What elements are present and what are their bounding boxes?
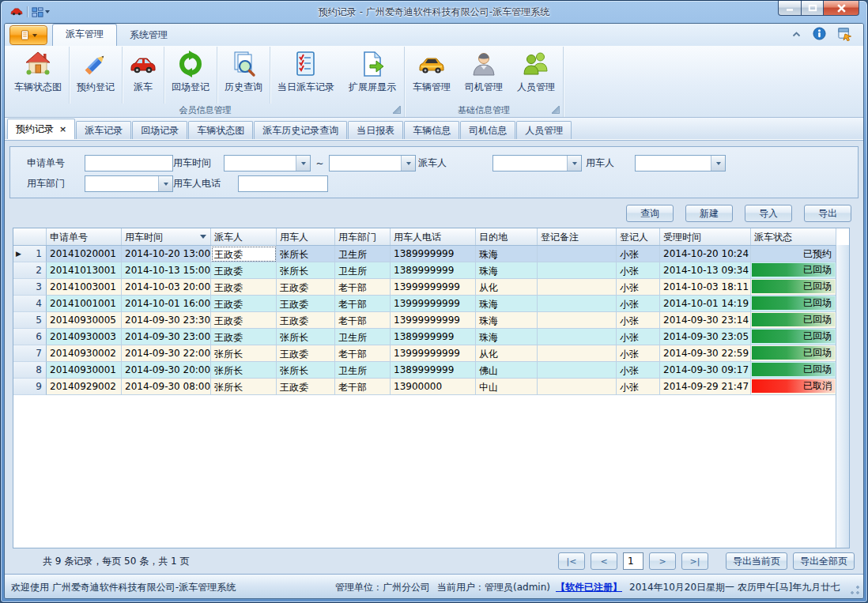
first-page-button[interactable]: |<	[558, 552, 585, 570]
cell-order[interactable]: 20140930001	[47, 362, 122, 379]
cell-status[interactable]: 已回场	[751, 296, 836, 312]
cell-status[interactable]: 已回场	[751, 312, 836, 329]
time-from-combo[interactable]	[224, 155, 311, 171]
table-row[interactable]: 6201409300032014-09-30 23:00王政委张所长卫生所138…	[13, 329, 836, 345]
doc-tab-6[interactable]: 当日报表	[348, 121, 403, 139]
cell-order[interactable]: 20141020001	[47, 246, 122, 262]
maximize-button[interactable]	[802, 1, 824, 16]
car-user-combo[interactable]	[635, 155, 726, 171]
page-number-input[interactable]	[623, 552, 643, 570]
cell-accept[interactable]: 2014-09-30 09:17	[660, 362, 751, 379]
cell-time[interactable]: 2014-10-13 15:00	[122, 262, 211, 279]
chevron-down-icon[interactable]	[567, 156, 581, 171]
cell-order[interactable]: 20141013001	[47, 262, 122, 279]
cell-dept[interactable]: 老干部	[335, 296, 391, 312]
cell-user[interactable]: 王政委	[277, 296, 335, 312]
collapse-ribbon-icon[interactable]	[791, 31, 802, 37]
column-header-dept[interactable]: 用车部门	[335, 228, 391, 245]
cell-dispatcher[interactable]: 王政委	[211, 246, 277, 262]
cell-registrar[interactable]: 小张	[617, 246, 660, 262]
cell-registrar[interactable]: 小张	[617, 329, 660, 345]
cell-accept[interactable]: 2014-10-13 09:34	[660, 262, 751, 279]
table-row[interactable]: 4201410010012014-10-01 16:00王政委王政委老干部139…	[13, 296, 836, 312]
cell-time[interactable]: 2014-10-20 13:00	[122, 246, 211, 262]
cell-dispatcher[interactable]: 张所长	[211, 362, 277, 379]
time-to-combo[interactable]	[329, 155, 416, 171]
cell-phone[interactable]: 13999999999	[391, 345, 476, 362]
cell-status[interactable]: 已回场	[751, 345, 836, 362]
cell-note[interactable]	[538, 345, 617, 362]
cell-dest[interactable]: 从化	[476, 279, 538, 296]
cell-phone[interactable]: 1389999999	[391, 262, 476, 279]
cell-time[interactable]: 2014-09-30 08:00	[122, 379, 211, 395]
cell-dispatcher[interactable]: 王政委	[211, 296, 277, 312]
ribbon-tab-1[interactable]: 派车管理	[52, 24, 117, 46]
cell-user[interactable]: 张所长	[277, 262, 335, 279]
close-tab-icon[interactable]: ×	[59, 124, 66, 134]
row-indicator[interactable]: ▶1	[13, 246, 47, 262]
doc-tab-3[interactable]: 回场记录	[132, 121, 187, 139]
cell-accept[interactable]: 2014-10-01 14:19	[660, 296, 751, 312]
cell-dispatcher[interactable]: 王政委	[211, 329, 277, 345]
chevron-down-icon[interactable]	[401, 156, 415, 171]
cell-dept[interactable]: 卫生所	[335, 329, 391, 345]
column-header-status[interactable]: 派车状态	[751, 228, 836, 245]
cell-note[interactable]	[538, 246, 617, 262]
row-indicator[interactable]: 7	[13, 345, 47, 362]
cell-order[interactable]: 20140930002	[47, 345, 122, 362]
cell-note[interactable]	[538, 379, 617, 395]
department-combo[interactable]	[85, 175, 173, 192]
doc-tab-5[interactable]: 派车历史记录查询	[254, 121, 347, 139]
cell-phone[interactable]: 13999999999	[391, 312, 476, 329]
column-header-accept[interactable]: 受理时间	[660, 228, 751, 245]
row-indicator[interactable]: 4	[13, 296, 47, 312]
row-indicator[interactable]: 5	[13, 312, 47, 329]
close-button[interactable]	[824, 1, 859, 16]
table-row[interactable]: 2201410130012014-10-13 15:00王政委张所长卫生所138…	[13, 262, 836, 279]
column-header-note[interactable]: 登记备注	[538, 228, 617, 245]
export-button[interactable]: 导出	[804, 205, 851, 222]
row-indicator[interactable]: 9	[13, 379, 47, 395]
cell-user[interactable]: 王政委	[277, 312, 335, 329]
cell-time[interactable]: 2014-09-30 20:00	[122, 362, 211, 379]
chevron-down-icon[interactable]	[158, 176, 172, 191]
cell-dept[interactable]: 卫生所	[335, 362, 391, 379]
cell-dept[interactable]: 老干部	[335, 379, 391, 395]
cell-dept[interactable]: 老干部	[335, 345, 391, 362]
ribbon-button-pencil[interactable]: 预约登记	[69, 47, 122, 104]
cell-dest[interactable]: 珠海	[476, 296, 538, 312]
cell-phone[interactable]: 13999999999	[391, 279, 476, 296]
chevron-down-icon[interactable]	[296, 156, 310, 171]
cell-user[interactable]: 张所长	[277, 329, 335, 345]
cell-registrar[interactable]: 小张	[617, 279, 660, 296]
cell-accept[interactable]: 2014-09-30 22:59	[660, 345, 751, 362]
cell-user[interactable]: 王政委	[277, 379, 335, 395]
cell-time[interactable]: 2014-10-01 16:00	[122, 296, 211, 312]
cell-dest[interactable]: 佛山	[476, 362, 538, 379]
export-all-pages-button[interactable]: 导出全部页	[793, 552, 855, 570]
cell-status[interactable]: 已预约	[751, 246, 836, 262]
cell-dispatcher[interactable]: 张所长	[211, 379, 277, 395]
cell-order[interactable]: 20141001001	[47, 296, 122, 312]
cell-status[interactable]: 已回场	[751, 279, 836, 296]
cell-dest[interactable]: 中山	[476, 379, 538, 395]
cell-phone[interactable]: 1389999999	[391, 362, 476, 379]
cell-registrar[interactable]: 小张	[617, 296, 660, 312]
column-header-dispatcher[interactable]: 派车人	[211, 228, 277, 245]
cell-dest[interactable]: 从化	[476, 345, 538, 362]
info-icon[interactable]	[813, 27, 826, 40]
doc-tab-2[interactable]: 派车记录	[76, 121, 131, 139]
table-row[interactable]: 7201409300022014-09-30 22:00张所长王政委老干部139…	[13, 345, 836, 362]
ribbon-button-driver[interactable]: 司机管理	[458, 47, 510, 104]
cell-registrar[interactable]: 小张	[617, 262, 660, 279]
ribbon-button-recycle[interactable]: 回场登记	[164, 47, 217, 104]
cell-accept[interactable]: 2014-10-20 10:24	[660, 246, 751, 262]
table-row[interactable]: 3201410030012014-10-03 20:00王政委王政委老干部139…	[13, 279, 836, 296]
row-indicator[interactable]: 8	[13, 362, 47, 379]
cell-status[interactable]: 已回场	[751, 329, 836, 345]
cell-dispatcher[interactable]: 王政委	[211, 279, 277, 296]
table-row[interactable]: 8201409300012014-09-30 20:00张所长张所长卫生所138…	[13, 362, 836, 379]
cell-dept[interactable]: 卫生所	[335, 262, 391, 279]
row-indicator[interactable]: 2	[13, 262, 47, 279]
cell-accept[interactable]: 2014-09-30 23:14	[660, 312, 751, 329]
